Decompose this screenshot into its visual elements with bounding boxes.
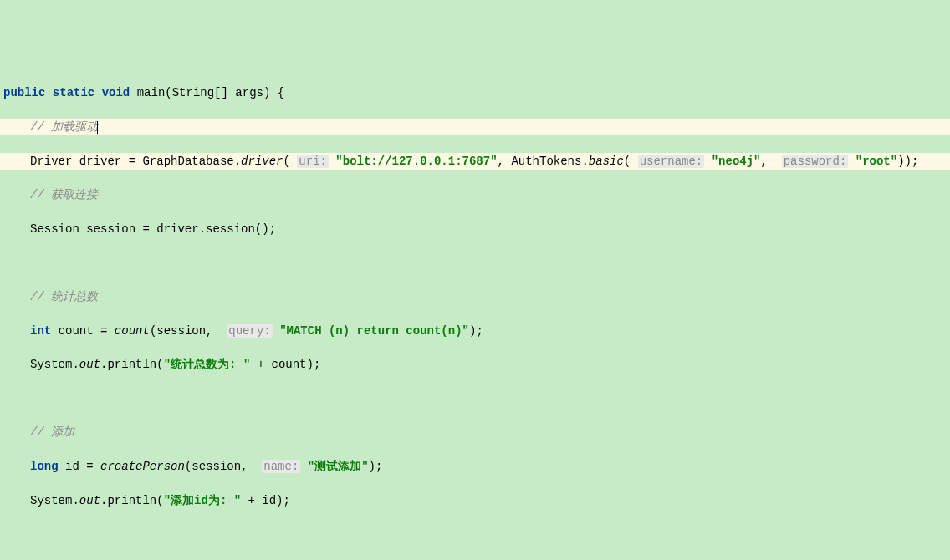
blank-line [0, 526, 950, 542]
comment-count: // 统计总数 [0, 288, 950, 305]
println-count-line: System.out.println("统计总数为: " + count); [0, 356, 950, 373]
blank-line [0, 254, 950, 271]
comment-load-driver: // 加载驱动 [0, 119, 950, 135]
session-init-line: Session session = driver.session(); [0, 221, 950, 237]
count-line: int count = count(session, query: "MATCH… [0, 323, 950, 339]
comment-get-conn: // 获取连接 [0, 186, 950, 203]
create-line: long id = createPerson(session, name: "测… [0, 458, 950, 475]
comment-add: // 添加 [0, 424, 950, 440]
blank-line [0, 390, 950, 407]
text-cursor [97, 121, 98, 134]
code-editor[interactable]: public static void main(String[] args) {… [0, 68, 950, 560]
println-id-line: System.out.println("添加id为: " + id); [0, 492, 950, 509]
method-signature-line: public static void main(String[] args) { [0, 84, 950, 101]
driver-init-line: Driver driver = GraphDatabase.driver( ur… [0, 153, 950, 170]
